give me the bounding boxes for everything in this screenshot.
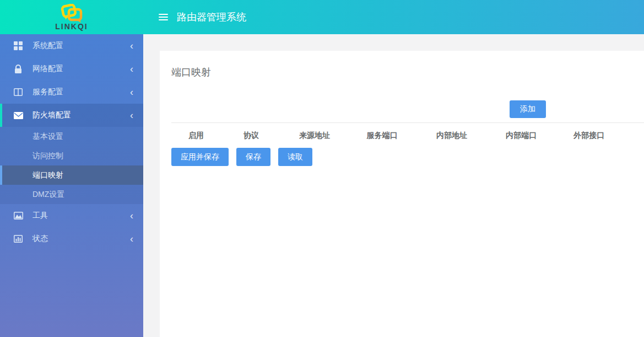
col-service-port: 服务端口	[348, 123, 416, 148]
sidebar-item-system-config[interactable]: 系统配置 ‹	[0, 34, 143, 57]
sub-item-label: 基本设置	[33, 132, 63, 142]
sidebar-item-label: 服务配置	[33, 87, 130, 97]
bar-chart-icon	[13, 234, 23, 244]
main-content: 端口映射 添加 启用 协议 来源地址 服务端口 内部地址	[143, 34, 644, 337]
sidebar-item-label: 系统配置	[33, 41, 130, 51]
chevron-left-icon: ‹	[130, 110, 133, 120]
top-header: LINKQI 路由器管理系统	[0, 0, 644, 34]
chevron-left-icon: ‹	[130, 211, 133, 221]
sidebar-subitem-basic-settings[interactable]: 基本设置	[0, 127, 143, 146]
sub-item-label: DMZ设置	[33, 190, 64, 200]
lock-icon	[13, 64, 23, 74]
sidebar-subitem-port-mapping[interactable]: 端口映射	[0, 165, 143, 185]
area-chart-icon	[13, 211, 23, 221]
save-button[interactable]: 保存	[236, 148, 270, 166]
grid-icon	[13, 41, 23, 51]
col-source-address: 来源地址	[282, 123, 348, 148]
action-button-row: 应用并保存 保存 读取	[171, 148, 632, 166]
chevron-left-icon: ‹	[130, 234, 133, 244]
sidebar-item-label: 工具	[33, 211, 130, 221]
firewall-submenu: 基本设置 访问控制 端口映射 DMZ设置	[0, 127, 143, 204]
sub-item-label: 访问控制	[33, 151, 63, 161]
sidebar-item-label: 状态	[33, 234, 130, 244]
col-internal-address: 内部地址	[416, 123, 487, 148]
col-enable: 启用	[171, 123, 221, 148]
sidebar: 系统配置 ‹ 网络配置 ‹ 服务配置 ‹ 防火墙配置	[0, 34, 143, 337]
envelope-icon	[13, 110, 23, 120]
apply-and-save-button[interactable]: 应用并保存	[171, 148, 229, 166]
sidebar-item-status[interactable]: 状态 ‹	[0, 227, 143, 250]
logo-text: LINKQI	[55, 23, 88, 30]
chevron-left-icon: ‹	[130, 64, 133, 74]
read-button[interactable]: 读取	[278, 148, 312, 166]
port-mapping-table: 启用 协议 来源地址 服务端口 内部地址 内部端口 外部接口 设置	[171, 122, 644, 148]
col-internal-port: 内部端口	[487, 123, 555, 148]
logo-bubbles-icon	[59, 4, 84, 24]
sidebar-item-network-config[interactable]: 网络配置 ‹	[0, 57, 143, 81]
sidebar-subitem-dmz-settings[interactable]: DMZ设置	[0, 185, 143, 204]
sidebar-item-service-config[interactable]: 服务配置 ‹	[0, 81, 143, 104]
sub-item-label: 端口映射	[33, 170, 63, 180]
sidebar-subitem-access-control[interactable]: 访问控制	[0, 146, 143, 165]
sidebar-item-label: 防火墙配置	[33, 110, 130, 120]
menu-toggle-icon[interactable]	[159, 14, 168, 20]
col-protocol: 协议	[221, 123, 282, 148]
col-external-interface: 外部接口	[555, 123, 623, 148]
add-button[interactable]: 添加	[510, 100, 546, 118]
page-title: 端口映射	[171, 65, 632, 79]
sidebar-item-firewall-config[interactable]: 防火墙配置 ‹	[0, 104, 143, 127]
sidebar-item-tools[interactable]: 工具 ‹	[0, 204, 143, 227]
chevron-left-icon: ‹	[130, 41, 133, 51]
table-header-row: 启用 协议 来源地址 服务端口 内部地址 内部端口 外部接口 设置	[171, 123, 644, 148]
sidebar-item-label: 网络配置	[33, 64, 130, 74]
chevron-left-icon: ‹	[130, 87, 133, 97]
columns-icon	[13, 87, 23, 97]
logo: LINKQI	[0, 0, 143, 34]
app-title: 路由器管理系统	[177, 10, 246, 24]
col-settings: 设置	[623, 123, 644, 148]
port-mapping-panel: 端口映射 添加 启用 协议 来源地址 服务端口 内部地址	[160, 51, 644, 337]
